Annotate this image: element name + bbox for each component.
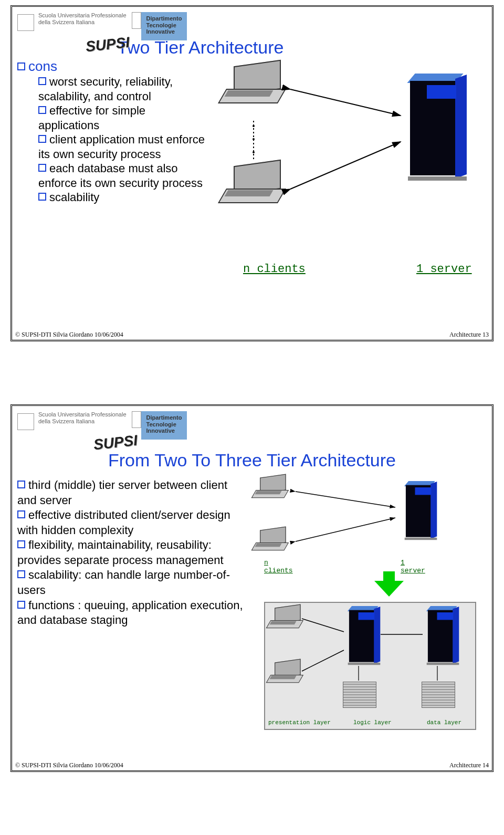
content-row: third (middle) tier server between clien… [12,471,492,628]
bullet-item: scalability [38,190,206,205]
layer-label: logic layer [353,719,392,726]
svg-point-4 [253,138,255,140]
layer-label: presentation layer [268,719,331,726]
server-label: 1 server [401,559,425,575]
department-box: Dipartimento Tecnologie Innovative [141,411,187,440]
logo-box [17,14,34,31]
slide-footer: © SUPSI-DTI Silvia Giordano 10/06/2004 A… [15,761,489,769]
slide-header: Scuola Universitaria Professionale della… [12,406,492,440]
svg-line-1 [290,142,401,189]
svg-line-8 [302,619,344,632]
bullet-item: client application must enforce its own … [38,132,206,161]
department-box: Dipartimento Tecnologie Innovative [141,12,187,40]
svg-point-5 [253,151,255,153]
slide-14: Scuola Universitaria Professionale della… [10,404,494,772]
clients-label: n clients [264,559,293,575]
svg-line-0 [290,89,401,116]
slide-footer: © SUPSI-DTI Silvia Giordano 10/06/2004 A… [15,331,489,339]
slide-13: Scuola Universitaria Professionale della… [10,5,494,341]
uni-line2: della Svizzera Italiana [38,19,94,25]
slide-title: Two Tier Architecture [117,37,492,58]
svg-line-9 [302,650,344,671]
two-tier-diagram: n clients 1 server [206,58,487,278]
diagrams-col: n clients 1 server presenta [248,471,487,628]
bullet-item: flexibility, maintainability, reusabilit… [17,538,248,568]
slide-title: From Two To Three Tier Architecture [12,450,492,471]
laptop-icon [222,63,290,113]
bullet-item: third (middle) tier server between clien… [17,478,248,508]
slide-header: Scuola Universitaria Professionale della… [12,7,492,40]
uni-line1: Scuola Universitaria Professionale [38,12,127,18]
footer-right: Architecture 13 [449,331,489,339]
clients-label: n clients [243,263,306,276]
university-name: Scuola Universitaria Professionale della… [38,411,127,425]
bullets-col: cons worst security, reliability, scalab… [17,58,206,278]
bullet-item: each database must also enforce its own … [38,161,206,190]
spacer-box [132,411,141,428]
content-row: cons worst security, reliability, scalab… [12,58,492,278]
bullets-col: third (middle) tier server between clien… [17,471,248,628]
logo-box [17,413,34,430]
layer-label: data layer [427,719,461,726]
department-name: Dipartimento Tecnologie Innovative [146,414,182,434]
svg-line-7 [296,518,395,541]
footer-right: Architecture 14 [449,761,489,769]
footer-left: © SUPSI-DTI Silvia Giordano 10/06/2004 [15,331,123,339]
bullet-item: worst security, reliability, scalability… [38,75,206,103]
department-name: Dipartimento Tecnologie Innovative [146,15,182,35]
bullet-item: effective for simple applications [38,103,206,132]
arrows [265,603,475,729]
transform-arrow-icon [374,581,404,597]
bullet-item: functions : queuing, application executi… [17,598,248,628]
server-label: 1 server [416,263,472,276]
svg-line-6 [296,492,395,507]
university-name: Scuola Universitaria Professionale della… [38,12,127,26]
laptop-icon [222,163,290,213]
bullet-item: effective distributed client/server desi… [17,508,248,538]
three-tier-box: presentation layer logic layer data laye… [264,602,476,730]
bullet-item: scalability: can handle large number-of-… [17,568,248,598]
footer-left: © SUPSI-DTI Silvia Giordano 10/06/2004 [15,761,123,769]
head-bullet: cons [17,58,206,75]
spacer-box [132,12,141,29]
svg-point-3 [253,125,255,127]
